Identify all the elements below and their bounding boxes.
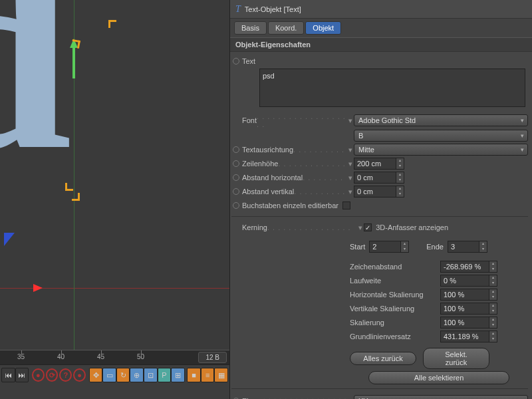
show3d-label: 3D-Anfasser anzeigen: [376, 223, 448, 231]
properties-list: Text psd Font . . . . . . . . . . . . . …: [230, 52, 532, 399]
text-input[interactable]: psd: [259, 68, 525, 107]
timeline-ruler[interactable]: 35 40 45 50 12 B: [0, 350, 229, 364]
axis-y-stem: [72, 47, 75, 78]
align-select[interactable]: Mitte: [354, 144, 528, 156]
prop-kerning: Kerning . . . . . . . . . . . . . . . . …: [231, 221, 528, 234]
panel-title: Text-Objekt [Text]: [245, 5, 301, 13]
tracking-input[interactable]: 0 %▴▾: [440, 275, 497, 287]
prop-align: Textausrichtung . . . . . . . . . . ▾ Mi…: [231, 143, 528, 156]
chevron-down-icon[interactable]: ▾: [347, 188, 354, 196]
spinner-icon[interactable]: ▴▾: [489, 275, 497, 286]
anim-dot-icon[interactable]: [233, 174, 239, 181]
axis-x-arrow-icon[interactable]: [33, 284, 43, 292]
text-glyph: d: [0, 0, 70, 193]
baseline-input[interactable]: 431.189 %▴▾: [440, 331, 497, 342]
panel-header: T Text-Objekt [Text]: [230, 0, 532, 19]
text-object-icon: T: [235, 4, 241, 15]
section-header: Objekt-Eigenschaften: [230, 37, 532, 52]
chevron-down-icon[interactable]: ▾: [347, 116, 354, 125]
spinner-icon[interactable]: ▴▾: [479, 241, 487, 252]
lineheight-label: Zeilenhöhe: [242, 160, 278, 168]
scale-input[interactable]: 100 %▴▾: [440, 317, 497, 329]
kerning-label: Kerning: [242, 223, 267, 231]
vspace-input[interactable]: 0 cm▴▾: [354, 186, 404, 198]
spinner-icon[interactable]: ▴▾: [396, 186, 404, 197]
selection-bracket-icon: [65, 183, 73, 191]
list-button[interactable]: ≡: [201, 368, 215, 382]
start-input[interactable]: 2▴▾: [369, 241, 409, 253]
scale-tool-button[interactable]: ▭: [102, 368, 116, 382]
spinner-icon[interactable]: ▴▾: [489, 331, 497, 342]
font-weight-select[interactable]: B: [354, 130, 528, 142]
charspace-label: Zeichenabstand: [350, 263, 436, 271]
plane-select[interactable]: XY: [354, 395, 528, 399]
hscale-input[interactable]: 100 %▴▾: [440, 289, 497, 301]
prop-lineheight: Zeilenhöhe . . . . . . . . . . . . . ▾ 2…: [231, 157, 528, 170]
point-tool-button[interactable]: P: [158, 368, 172, 382]
spinner-icon[interactable]: ▴▾: [489, 289, 497, 300]
settings-button[interactable]: ▦: [214, 368, 228, 382]
pla-tool-button[interactable]: ⊡: [144, 368, 158, 382]
divider: [231, 216, 528, 217]
end-input[interactable]: 3▴▾: [448, 241, 487, 253]
text-label: Text: [242, 57, 255, 65]
tab-koord[interactable]: Koord.: [268, 21, 304, 35]
move-tool-button[interactable]: ✥: [89, 368, 103, 382]
spinner-icon[interactable]: ▴▾: [396, 158, 404, 169]
selection-bracket-icon: [71, 39, 80, 49]
attribute-panel: T Text-Objekt [Text] Basis Koord. Objekt…: [229, 0, 532, 399]
handle-icon[interactable]: [4, 233, 15, 246]
tab-basis[interactable]: Basis: [234, 21, 267, 35]
chevron-down-icon[interactable]: ▾: [347, 174, 354, 182]
key-button[interactable]: ●: [73, 368, 86, 382]
viewport-3d[interactable]: d: [0, 0, 229, 350]
anim-dot-icon[interactable]: [233, 202, 239, 209]
reset-selection-button[interactable]: Selekt. zurück: [423, 348, 489, 369]
grid-tool-button[interactable]: ⊞: [171, 368, 185, 382]
panel-tabs: Basis Koord. Objekt: [230, 19, 532, 37]
editable-checkbox[interactable]: [342, 201, 350, 209]
anim-dot-icon[interactable]: [233, 188, 239, 195]
render-button[interactable]: ■: [187, 368, 201, 382]
chevron-down-icon[interactable]: ▾: [347, 397, 354, 400]
font-label: Font: [242, 116, 257, 124]
prop-font-weight: B: [231, 129, 528, 142]
spinner-icon[interactable]: ▴▾: [489, 261, 497, 272]
reset-all-button[interactable]: Alles zurück: [350, 352, 416, 365]
go-end-button[interactable]: ⏭: [15, 368, 29, 382]
charspace-input[interactable]: -268.969 %▴▾: [440, 261, 497, 273]
align-label: Textausrichtung: [242, 146, 293, 154]
chevron-down-icon[interactable]: ▾: [347, 146, 354, 154]
vscale-label: Vertikale Skalierung: [350, 305, 436, 313]
select-all-button[interactable]: Alle selektieren: [368, 371, 509, 384]
prop-plane: Ebene . . . . . . . . . . . . . . . . . …: [231, 393, 528, 399]
rotate-tool-button[interactable]: ↻: [116, 368, 130, 382]
autokey-button[interactable]: ⟳: [46, 368, 59, 382]
editable-label: Buchstaben einzeln editierbar: [242, 201, 338, 209]
record-button[interactable]: ●: [32, 368, 45, 382]
selection-bracket-icon: [72, 193, 80, 201]
spinner-icon[interactable]: ▴▾: [489, 317, 497, 328]
spinner-icon[interactable]: ▴▾: [396, 172, 404, 183]
vspace-label: Abstand vertikal: [242, 188, 294, 196]
prop-editable: Buchstaben einzeln editierbar: [231, 199, 528, 212]
font-select[interactable]: Adobe Gothic Std: [354, 114, 528, 126]
chevron-down-icon[interactable]: ▾: [357, 223, 364, 232]
ruler-tick: [141, 350, 142, 356]
show3d-checkbox[interactable]: [364, 223, 372, 231]
anim-dot-icon[interactable]: [233, 146, 239, 153]
divider: [231, 388, 528, 389]
spinner-icon[interactable]: ▴▾: [489, 303, 497, 314]
prop-font: Font . . . . . . . . . . . . . . . . . .…: [231, 112, 528, 128]
tab-objekt[interactable]: Objekt: [305, 21, 341, 35]
chevron-down-icon[interactable]: ▾: [347, 160, 354, 168]
anim-dot-icon[interactable]: [233, 160, 239, 167]
anim-dot-icon[interactable]: [233, 58, 239, 65]
help-button[interactable]: ?: [59, 368, 72, 382]
lineheight-input[interactable]: 200 cm▴▾: [354, 158, 404, 170]
hspace-input[interactable]: 0 cm▴▾: [354, 172, 404, 184]
vscale-input[interactable]: 100 %▴▾: [440, 303, 497, 315]
spinner-icon[interactable]: ▴▾: [400, 241, 408, 252]
go-start-button[interactable]: ⏮: [1, 368, 15, 382]
param-tool-button[interactable]: ⊕: [130, 368, 144, 382]
